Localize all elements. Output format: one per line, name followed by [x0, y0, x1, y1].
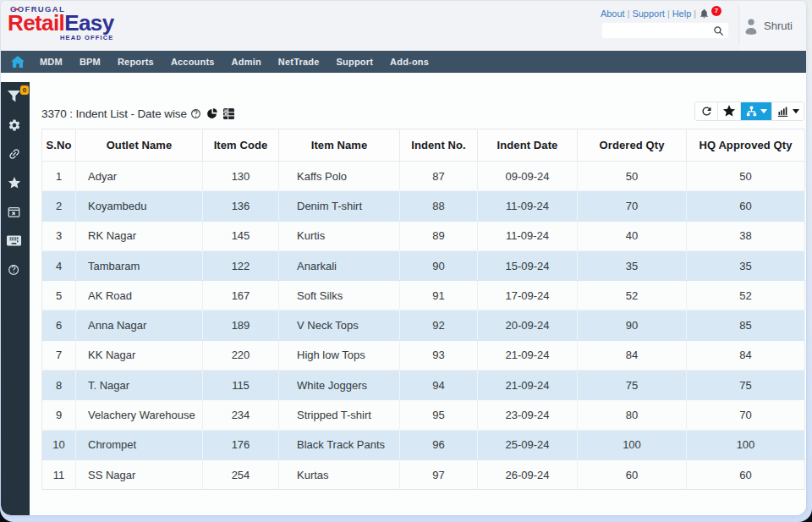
external-window-icon: [8, 206, 20, 218]
report-pie-chart-button[interactable]: [206, 107, 218, 119]
table-cell: Chrompet: [76, 430, 203, 459]
nav-item-admin[interactable]: Admin: [223, 57, 270, 67]
table-cell: 35: [687, 250, 805, 280]
screen: GOFRUGAL RetailEasy HEAD OFFICE About|Su…: [0, 0, 812, 522]
table-row[interactable]: 7KK Nagar220High low Tops9321-09-248484: [42, 340, 805, 370]
table-cell: AK Road: [76, 281, 203, 310]
report-title-icons: [187, 107, 234, 119]
bell-icon: [699, 8, 710, 19]
report-table-grid-button[interactable]: [223, 108, 234, 119]
sidebar-filter-button[interactable]: 0: [1, 82, 30, 111]
user-menu[interactable]: Shruti: [740, 1, 806, 51]
nav-item-support[interactable]: Support: [328, 57, 382, 67]
column-header-indent-no-[interactable]: Indent No.: [400, 129, 478, 162]
sidebar-keyboard-button[interactable]: [1, 226, 30, 255]
table-cell: 9: [42, 400, 76, 430]
table-cell: Tambaram: [76, 250, 203, 280]
table-cell: Soft Silks: [279, 281, 400, 310]
table-row[interactable]: 10Chrompet176Black Track Pants9625-09-24…: [42, 430, 805, 459]
table-cell: Velachery Warehouse: [76, 400, 203, 430]
table-row[interactable]: 9Velachery Warehouse234Stripped T-shirt9…: [42, 400, 805, 430]
table-cell: High low Tops: [279, 340, 400, 370]
brand-name: GOFRUGAL: [8, 4, 134, 14]
nav-item-reports[interactable]: Reports: [109, 57, 162, 67]
column-header-ordered-qty[interactable]: Ordered Qty: [578, 129, 687, 162]
table-cell: 90: [578, 310, 687, 340]
notifications-button[interactable]: 7: [699, 8, 721, 19]
product-name-part1: Retail: [8, 10, 64, 36]
table-cell: 23-09-24: [478, 400, 578, 430]
table-row[interactable]: 4Tambaram122Anarkali9015-09-243535: [42, 250, 805, 280]
sidebar-settings-button[interactable]: [1, 111, 30, 140]
table-row[interactable]: 1Adyar130Kaffs Polo8709-09-245050: [42, 162, 805, 191]
table-row[interactable]: 6Anna Nagar189V Neck Tops9220-09-249085: [42, 310, 805, 340]
column-header-s-no[interactable]: S.No: [42, 129, 76, 162]
help-circle-icon: [190, 108, 201, 119]
table-cell: 60: [687, 459, 805, 489]
table-cell: 75: [578, 371, 687, 400]
table-cell: 2: [42, 191, 76, 221]
column-header-indent-date[interactable]: Indent Date: [478, 129, 578, 162]
table-row[interactable]: 5AK Road167Soft Silks9117-09-245252: [42, 281, 805, 310]
nav-item-bpm[interactable]: BPM: [71, 57, 109, 67]
favorite-button[interactable]: [718, 102, 741, 120]
link-icon: [4, 145, 24, 164]
table-cell: 85: [687, 310, 805, 340]
table-cell: 17-09-24: [478, 281, 578, 310]
table-cell: 145: [203, 221, 279, 250]
nav-item-nettrade[interactable]: NetTrade: [270, 57, 328, 67]
sidebar-external-window-button[interactable]: [1, 197, 30, 226]
table-cell: 254: [203, 459, 279, 489]
table-cell: 93: [400, 340, 478, 370]
nav-item-add-ons[interactable]: Add-ons: [381, 57, 437, 67]
table-cell: Anarkali: [279, 250, 400, 280]
header-link-support[interactable]: Support: [632, 8, 665, 19]
table-cell: 38: [687, 221, 805, 250]
search-button[interactable]: [713, 25, 724, 36]
table-cell: 176: [203, 430, 279, 459]
table-cell: 50: [578, 162, 687, 191]
app-logo: GOFRUGAL RetailEasy HEAD OFFICE: [8, 4, 134, 41]
column-header-item-code[interactable]: Item Code: [203, 129, 279, 162]
table-row[interactable]: 3RK Nagar145Kurtis8911-09-244038: [42, 221, 805, 250]
caret-down-icon: [760, 109, 767, 114]
table-cell: 11-09-24: [478, 191, 578, 221]
column-header-item-name[interactable]: Item Name: [279, 129, 400, 162]
column-header-hq-approved-qty[interactable]: HQ Approved Qty: [687, 129, 805, 162]
table-cell: SS Nagar: [76, 459, 203, 489]
sidebar-help-button[interactable]: [1, 255, 30, 283]
report-help-button[interactable]: [190, 108, 201, 119]
table-cell: 115: [203, 371, 279, 400]
table-cell: 88: [400, 191, 478, 221]
chart-view-button[interactable]: [772, 102, 804, 120]
table-row[interactable]: 8T. Nagar115White Joggers9421-09-247575: [42, 371, 805, 400]
table-cell: 26-09-24: [478, 459, 578, 489]
indent-table: S.NoOutlet NameItem CodeItem NameIndent …: [41, 129, 805, 490]
header-link-about[interactable]: About: [601, 8, 625, 19]
product-name: RetailEasy: [8, 14, 134, 33]
pie-chart-icon: [206, 107, 218, 119]
product-name-part2: Easy: [64, 10, 113, 36]
column-header-outlet-name[interactable]: Outlet Name: [76, 129, 203, 162]
table-cell: Koyambedu: [76, 191, 203, 221]
table-cell: Anna Nagar: [76, 310, 203, 340]
report-panel: 3370 : Indent List - Date wise: [30, 73, 806, 515]
home-button[interactable]: [11, 56, 25, 68]
hierarchy-view-button[interactable]: [741, 102, 772, 120]
refresh-button[interactable]: [695, 102, 718, 120]
table-row[interactable]: 11SS Nagar254Kurtas9726-09-246060: [42, 459, 805, 489]
search-input[interactable]: [602, 25, 713, 36]
table-cell: 167: [203, 281, 279, 310]
table-cell: 100: [578, 430, 687, 459]
nav-item-mdm[interactable]: MDM: [31, 57, 71, 67]
link-separator: |: [694, 8, 696, 19]
nav-item-accounts[interactable]: Accounts: [162, 57, 223, 67]
table-cell: 1: [42, 162, 76, 191]
sidebar-favorites-button[interactable]: [1, 168, 30, 197]
sidebar-link-button[interactable]: [1, 140, 30, 168]
refresh-icon: [700, 105, 713, 118]
table-cell: T. Nagar: [76, 371, 203, 400]
header-link-help[interactable]: Help: [672, 8, 692, 19]
user-name: Shruti: [764, 19, 793, 32]
table-row[interactable]: 2Koyambedu136Denim T-shirt8811-09-247060: [42, 191, 805, 221]
